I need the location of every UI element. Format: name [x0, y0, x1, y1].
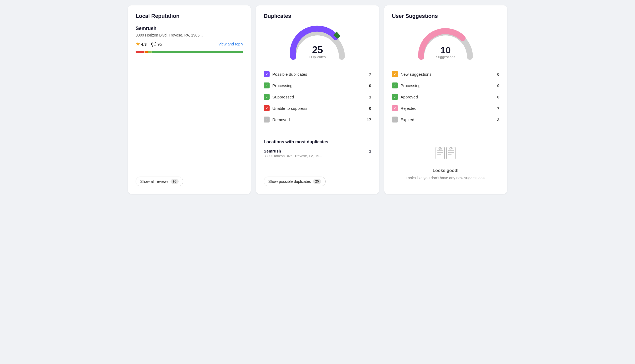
show-all-reviews-badge: 95: [171, 179, 178, 184]
removed-label: Removed: [272, 117, 290, 122]
duplicates-card: Duplicates 25 Duplicates ✓ Possible dupl…: [256, 5, 379, 194]
suppressed-label: Suppressed: [272, 95, 294, 99]
stat-new-suggestions: ✓ New suggestions 0: [392, 68, 499, 80]
suggestions-gauge-value: 10: [440, 45, 451, 55]
review-count-value: 95: [158, 42, 162, 47]
dashboard: Local Reputation Semrush 3800 Horizon Bl…: [128, 5, 507, 194]
duplicates-gauge: 25 Duplicates: [264, 26, 371, 61]
stat-suggestions-processing: ✓ Processing 0: [392, 80, 499, 91]
stat-rejected: ✓ Rejected 7: [392, 102, 499, 114]
expired-label: Expired: [401, 117, 414, 122]
bar-segment-orange: [145, 51, 148, 53]
local-reputation-card: Local Reputation Semrush 3800 Horizon Bl…: [128, 5, 251, 194]
locations-section-title: Locations with most duplicates: [264, 140, 371, 144]
divider-2: [392, 135, 499, 135]
bar-segment-light-green: [148, 51, 152, 53]
looks-good-section: Looks good! Looks like you don't have an…: [392, 140, 499, 186]
removed-icon: ✓: [264, 117, 270, 123]
location-item: Semrush 1 3800 Horizon Blvd, Trevose, PA…: [264, 149, 371, 158]
duplicates-stats-list: ✓ Possible duplicates 7 ✓ Processing 0 ✓…: [264, 68, 371, 125]
suggestions-processing-count: 0: [497, 83, 499, 88]
new-suggestions-count: 0: [497, 72, 499, 77]
show-all-reviews-button[interactable]: Show all reviews 95: [136, 177, 183, 186]
suggestions-gauge: 10 Suggestions: [392, 26, 499, 61]
show-duplicates-label: Show possible duplicates: [268, 179, 311, 184]
suggestions-processing-icon: ✓: [392, 82, 398, 88]
bar-segment-red: [136, 51, 144, 53]
stat-suppressed: ✓ Suppressed 1: [264, 91, 371, 102]
stat-unable-suppress: ✓ Unable to suppress 0: [264, 102, 371, 114]
duplicates-title: Duplicates: [264, 13, 371, 19]
stat-expired: ✓ Expired 3: [392, 114, 499, 125]
bar-segment-green: [152, 51, 243, 53]
expired-icon: ✓: [392, 117, 398, 123]
possible-duplicates-icon: ✓: [264, 71, 270, 77]
show-duplicates-button[interactable]: Show possible duplicates 25: [264, 177, 326, 186]
suggestions-processing-label: Processing: [401, 83, 421, 88]
location-name-text: Semrush: [264, 149, 281, 153]
approved-count: 0: [497, 95, 499, 99]
possible-duplicates-count: 7: [369, 72, 371, 77]
gauge-value: 25: [312, 44, 323, 55]
looks-good-title: Looks good!: [433, 168, 459, 173]
rating-bar: [136, 51, 243, 53]
stat-removed: ✓ Removed 17: [264, 114, 371, 125]
user-suggestions-title: User Suggestions: [392, 13, 499, 19]
removed-count: 17: [367, 117, 371, 122]
stat-possible-duplicates: ✓ Possible duplicates 7: [264, 68, 371, 80]
possible-duplicates-label: Possible duplicates: [272, 72, 307, 77]
location-address: 3800 Horizon Blvd, Trevose, PA, 19...: [264, 154, 371, 158]
expired-count: 3: [497, 117, 499, 122]
new-suggestions-label: New suggestions: [401, 72, 431, 77]
new-suggestions-icon: ✓: [392, 71, 398, 77]
suppressed-count: 1: [369, 95, 371, 99]
approved-label: Approved: [401, 95, 418, 99]
comment-icon: 💬: [151, 42, 156, 47]
business-name: Semrush: [136, 26, 243, 31]
star-icon: ★: [136, 41, 140, 47]
rejected-label: Rejected: [401, 106, 417, 111]
looks-good-description: Looks like you don't have any new sugges…: [406, 175, 486, 181]
processing-label: Processing: [272, 83, 292, 88]
divider-1: [264, 135, 371, 135]
location-name: Semrush 1: [264, 149, 371, 153]
suggestions-gauge-label: Suggestions: [436, 55, 456, 59]
processing-icon: ✓: [264, 82, 270, 88]
user-suggestions-card: User Suggestions 10 Suggestions ✓ New su…: [384, 5, 507, 194]
rejected-count: 7: [497, 106, 499, 111]
rating-row: ★ 4.3 💬 95 View and reply: [136, 41, 243, 47]
local-reputation-title: Local Reputation: [136, 13, 243, 19]
stat-processing: ✓ Processing 0: [264, 80, 371, 91]
approved-icon: ✓: [392, 94, 398, 100]
view-reply-button[interactable]: View and reply: [218, 42, 243, 46]
unable-suppress-count: 0: [369, 106, 371, 111]
show-duplicates-badge: 25: [313, 179, 321, 184]
suppressed-icon: ✓: [264, 94, 270, 100]
rejected-icon: ✓: [392, 105, 398, 111]
gauge-label: Duplicates: [309, 55, 326, 59]
rating-value: 4.3: [141, 42, 147, 47]
star-rating: ★ 4.3: [136, 41, 147, 47]
suggestions-stats-list: ✓ New suggestions 0 ✓ Processing 0 ✓ App…: [392, 68, 499, 125]
business-address: 3800 Horizon Blvd, Trevose, PA, 1905...: [136, 33, 243, 37]
processing-count: 0: [369, 83, 371, 88]
stat-approved: ✓ Approved 0: [392, 91, 499, 102]
unable-suppress-icon: ✓: [264, 105, 270, 111]
location-count: 1: [369, 149, 371, 153]
docs-illustration-icon: [435, 145, 456, 164]
review-count: 💬 95: [151, 42, 162, 47]
show-all-reviews-label: Show all reviews: [140, 179, 168, 184]
unable-suppress-label: Unable to suppress: [272, 106, 307, 111]
